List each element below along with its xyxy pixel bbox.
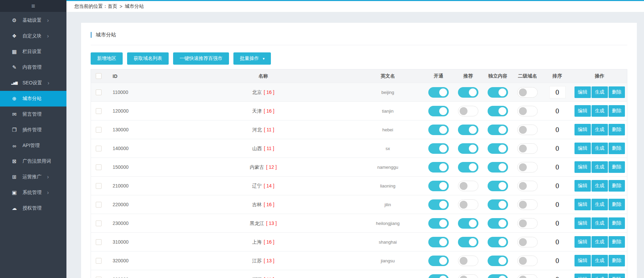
- sidebar-item-basic-settings[interactable]: ⚙基础设置›: [0, 13, 66, 28]
- toggle-independent[interactable]: [488, 87, 508, 98]
- sidebar-item-plugin-management[interactable]: ❐插件管理: [0, 122, 66, 138]
- toggle-open[interactable]: [428, 218, 449, 229]
- toggle-open[interactable]: [428, 143, 449, 154]
- row-checkbox[interactable]: [96, 108, 102, 114]
- toggle-open[interactable]: [428, 181, 449, 191]
- edit-button[interactable]: 编辑: [574, 161, 591, 173]
- edit-button[interactable]: 编辑: [574, 255, 591, 266]
- edit-button[interactable]: 编辑: [574, 217, 591, 229]
- generate-button[interactable]: 生成: [592, 199, 608, 210]
- sidebar-item-banned-words[interactable]: ⊠广告法禁用词: [0, 153, 66, 169]
- breadcrumb-home-link[interactable]: 首页: [108, 3, 117, 10]
- toggle-open[interactable]: [428, 237, 449, 247]
- toggle-subdomain[interactable]: [517, 143, 538, 154]
- edit-button[interactable]: 编辑: [574, 143, 591, 154]
- toggle-subdomain[interactable]: [517, 87, 538, 98]
- delete-button[interactable]: 删除: [609, 217, 625, 229]
- row-checkbox[interactable]: [96, 220, 102, 226]
- delete-button[interactable]: 删除: [609, 180, 625, 192]
- generate-button[interactable]: 生成: [592, 180, 608, 192]
- toggle-independent[interactable]: [488, 125, 508, 135]
- toggle-subdomain[interactable]: [517, 125, 538, 135]
- sidebar-item-column-settings[interactable]: ▦栏目设置: [0, 44, 66, 60]
- toggle-open[interactable]: [428, 87, 449, 98]
- toggle-subdomain[interactable]: [517, 162, 538, 173]
- edit-button[interactable]: 编辑: [574, 86, 591, 98]
- toggle-recommend[interactable]: [458, 143, 478, 154]
- toggle-independent[interactable]: [488, 218, 508, 229]
- toggle-open[interactable]: [428, 256, 449, 266]
- sidebar-item-content-management[interactable]: ✎内容管理: [0, 60, 66, 75]
- sidebar-item-system-management[interactable]: ▣系统管理›: [0, 185, 66, 200]
- toggle-recommend[interactable]: [458, 218, 478, 229]
- edit-button[interactable]: 编辑: [574, 124, 591, 135]
- delete-button[interactable]: 删除: [609, 143, 625, 154]
- toggle-independent[interactable]: [488, 237, 508, 247]
- toggle-recommend[interactable]: [458, 199, 478, 210]
- sidebar-item-custom-blocks[interactable]: ❖自定义块›: [0, 28, 66, 44]
- sidebar-item-seo-settings[interactable]: ▂▅▇SEO设置›: [0, 75, 66, 91]
- generate-button[interactable]: 生成: [592, 236, 608, 248]
- delete-button[interactable]: 删除: [609, 255, 625, 266]
- edit-button[interactable]: 编辑: [574, 105, 591, 117]
- toggle-open[interactable]: [428, 274, 449, 278]
- edit-button[interactable]: 编辑: [574, 236, 591, 248]
- edit-button[interactable]: 编辑: [574, 199, 591, 210]
- toggle-recommend[interactable]: [458, 87, 478, 98]
- toggle-independent[interactable]: [488, 181, 508, 191]
- generate-button[interactable]: 生成: [592, 255, 608, 266]
- toggle-open[interactable]: [428, 125, 449, 135]
- toggle-open[interactable]: [428, 199, 449, 210]
- delete-button[interactable]: 删除: [609, 161, 625, 173]
- toggle-independent[interactable]: [488, 274, 508, 278]
- edit-button[interactable]: 编辑: [574, 180, 591, 192]
- generate-button[interactable]: 生成: [592, 274, 608, 278]
- get-domain-list-button[interactable]: 获取域名列表: [127, 52, 169, 65]
- add-region-button[interactable]: 新增地区: [91, 52, 123, 65]
- row-checkbox[interactable]: [96, 183, 102, 189]
- toggle-independent[interactable]: [488, 106, 508, 116]
- toggle-recommend[interactable]: [458, 162, 478, 173]
- sidebar-item-license-management[interactable]: ☁授权管理: [0, 200, 66, 216]
- toggle-independent[interactable]: [488, 162, 508, 173]
- toggle-open[interactable]: [428, 162, 449, 173]
- toggle-independent[interactable]: [488, 199, 508, 210]
- toggle-independent[interactable]: [488, 256, 508, 266]
- toggle-subdomain[interactable]: [517, 256, 538, 266]
- delete-button[interactable]: 删除: [609, 105, 625, 117]
- sidebar-item-city-substation[interactable]: ⊕城市分站: [0, 91, 66, 107]
- quick-recommend-button[interactable]: 一键快速推荐百强市: [173, 52, 229, 65]
- toggle-recommend[interactable]: [458, 181, 478, 191]
- generate-button[interactable]: 生成: [592, 86, 608, 98]
- sidebar-item-operation-promotion[interactable]: ⊞运营推广›: [0, 169, 66, 185]
- generate-button[interactable]: 生成: [592, 105, 608, 117]
- toggle-subdomain[interactable]: [517, 218, 538, 229]
- toggle-subdomain[interactable]: [517, 274, 538, 278]
- toggle-recommend[interactable]: [458, 125, 478, 135]
- generate-button[interactable]: 生成: [592, 124, 608, 135]
- sidebar-item-message-management[interactable]: ✉留言管理: [0, 107, 66, 122]
- toggle-recommend[interactable]: [458, 274, 478, 278]
- row-checkbox[interactable]: [96, 258, 102, 264]
- sort-input[interactable]: [549, 86, 566, 98]
- batch-operation-dropdown[interactable]: 批量操作 ▾: [233, 52, 271, 65]
- toggle-recommend[interactable]: [458, 106, 478, 116]
- row-checkbox[interactable]: [96, 127, 102, 133]
- toggle-subdomain[interactable]: [517, 237, 538, 247]
- row-checkbox[interactable]: [96, 164, 102, 170]
- delete-button[interactable]: 删除: [609, 274, 625, 278]
- toggle-recommend[interactable]: [458, 237, 478, 247]
- generate-button[interactable]: 生成: [592, 161, 608, 173]
- generate-button[interactable]: 生成: [592, 217, 608, 229]
- toggle-independent[interactable]: [488, 143, 508, 154]
- toggle-open[interactable]: [428, 106, 449, 116]
- select-all-checkbox[interactable]: [96, 73, 102, 79]
- row-checkbox[interactable]: [96, 89, 102, 95]
- toggle-recommend[interactable]: [458, 256, 478, 266]
- toggle-subdomain[interactable]: [517, 181, 538, 191]
- sidebar-item-api-management[interactable]: ∞API管理: [0, 138, 66, 153]
- row-checkbox[interactable]: [96, 146, 102, 151]
- toggle-subdomain[interactable]: [517, 199, 538, 210]
- row-checkbox[interactable]: [96, 277, 102, 278]
- sidebar-collapse-icon[interactable]: ≡: [31, 3, 35, 9]
